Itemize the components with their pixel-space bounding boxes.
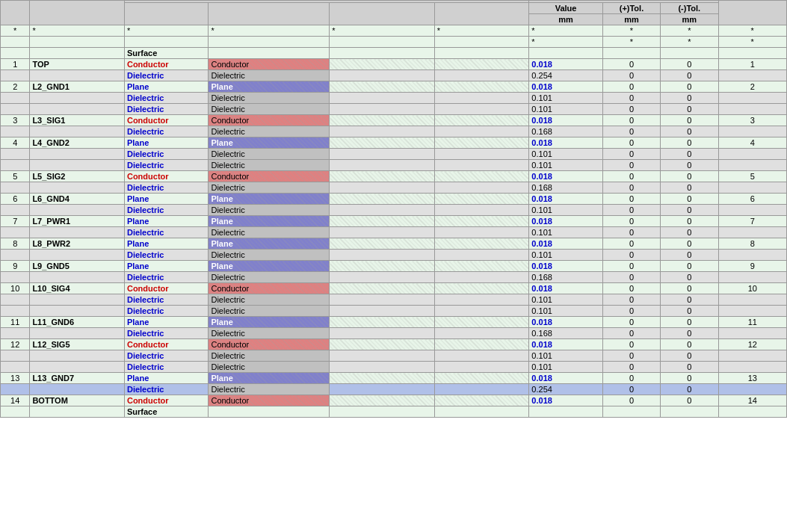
row-mfg (330, 59, 435, 70)
row-func: Dielectric (209, 182, 330, 194)
row-constraint (434, 261, 529, 272)
row-plus: 0 (602, 238, 660, 250)
table-row: DielectricDielectric0.16800 (1, 182, 787, 194)
row-mfg (330, 350, 435, 362)
row-layerid (718, 294, 787, 306)
row-value: 0.101 (529, 250, 602, 261)
row-mfg (330, 81, 435, 93)
row-layerid (718, 272, 787, 283)
row-name (30, 294, 125, 306)
row-value: 0.168 (529, 126, 602, 137)
row-func: Conductor (209, 283, 330, 294)
table-row: DielectricDielectric0.16800 (1, 328, 787, 339)
row-plus: 0 (602, 126, 660, 137)
row-minus: 0 (661, 93, 718, 104)
row-layerid: 7 (718, 216, 787, 227)
row-num (1, 205, 30, 216)
row-name: L8_PWR2 (30, 238, 125, 250)
row-minus: 0 (661, 339, 718, 350)
row-layer: Dielectric (124, 306, 209, 317)
row-value: 0.101 (529, 205, 602, 216)
row-plus: 0 (602, 149, 660, 160)
row-minus: 0 (661, 216, 718, 227)
row-mfg (330, 205, 435, 216)
row-func: Plane (209, 137, 330, 149)
row-func: Dielectric (209, 227, 330, 238)
col-header-layer (124, 3, 209, 25)
row-num: 5 (1, 171, 30, 182)
table-row: 6L6_GND4PlanePlane0.018006 (1, 194, 787, 205)
row-layerid: 14 (718, 395, 787, 406)
row-layer: Conductor (124, 115, 209, 126)
row-layerid: 1 (718, 59, 787, 70)
row-func: Plane (209, 261, 330, 272)
row-minus: 0 (661, 250, 718, 261)
row-layer: Dielectric (124, 205, 209, 216)
row-mfg (330, 317, 435, 328)
row-plus: 0 (602, 81, 660, 93)
row-name: L13_GND7 (30, 373, 125, 384)
row-layerid: 8 (718, 238, 787, 250)
row-mfg (330, 227, 435, 238)
row-layer: Plane (124, 261, 209, 272)
row-layerid (718, 126, 787, 137)
row-name (30, 306, 125, 317)
row-minus: 0 (661, 227, 718, 238)
row-name (30, 406, 125, 418)
row-layerid: 11 (718, 317, 787, 328)
row-layer: Dielectric (124, 227, 209, 238)
row-layer: Plane (124, 238, 209, 250)
row-layerid (718, 48, 787, 59)
row-name (30, 250, 125, 261)
row-layerid (718, 160, 787, 171)
table-row: DielectricDielectric0.16800 (1, 126, 787, 137)
row-layerid: 2 (718, 81, 787, 93)
row-layer: Dielectric (124, 362, 209, 373)
star-layer: * (124, 25, 209, 37)
row-name (30, 182, 125, 194)
star-num: * (1, 25, 30, 37)
row-constraint (434, 59, 529, 70)
table-row: DielectricDielectric0.25400 (1, 70, 787, 81)
row-layerid: * (718, 37, 787, 48)
row-func: Dielectric (209, 93, 330, 104)
row-name (30, 205, 125, 216)
row-func: Conductor (209, 395, 330, 406)
table-row: DielectricDielectric0.10100 (1, 350, 787, 362)
row-func: Dielectric (209, 205, 330, 216)
row-num (1, 149, 30, 160)
row-constraint (434, 406, 529, 418)
row-layer: Dielectric (124, 93, 209, 104)
row-minus: 0 (661, 104, 718, 115)
row-mfg (330, 93, 435, 104)
row-value: 0.101 (529, 350, 602, 362)
row-plus: 0 (602, 250, 660, 261)
row-plus: 0 (602, 70, 660, 81)
row-num (1, 104, 30, 115)
row-plus: 0 (602, 182, 660, 194)
row-value: 0.168 (529, 328, 602, 339)
table-row: DielectricDielectric0.10100 (1, 104, 787, 115)
row-num (1, 182, 30, 194)
row-minus: 0 (661, 350, 718, 362)
col-header-value: Value (529, 3, 602, 14)
col-header-layerid (718, 1, 787, 25)
row-num (1, 362, 30, 373)
row-plus: 0 (602, 350, 660, 362)
row-num (1, 70, 30, 81)
col-header-minus-mm: mm (661, 14, 718, 25)
row-num (1, 306, 30, 317)
col-header-minus: (-)Tol. (661, 3, 718, 14)
row-constraint (434, 81, 529, 93)
row-plus: 0 (602, 306, 660, 317)
table-row: 1TOPConductorConductor0.018001 (1, 59, 787, 70)
col-header-num (1, 1, 30, 25)
row-minus: 0 (661, 328, 718, 339)
row-name: L12_SIG5 (30, 339, 125, 350)
row-plus (602, 406, 660, 418)
row-layerid: 4 (718, 137, 787, 149)
row-mfg (330, 283, 435, 294)
table-row: DielectricDielectric0.25400 (1, 384, 787, 395)
row-layer: Plane (124, 317, 209, 328)
row-layerid: 3 (718, 115, 787, 126)
